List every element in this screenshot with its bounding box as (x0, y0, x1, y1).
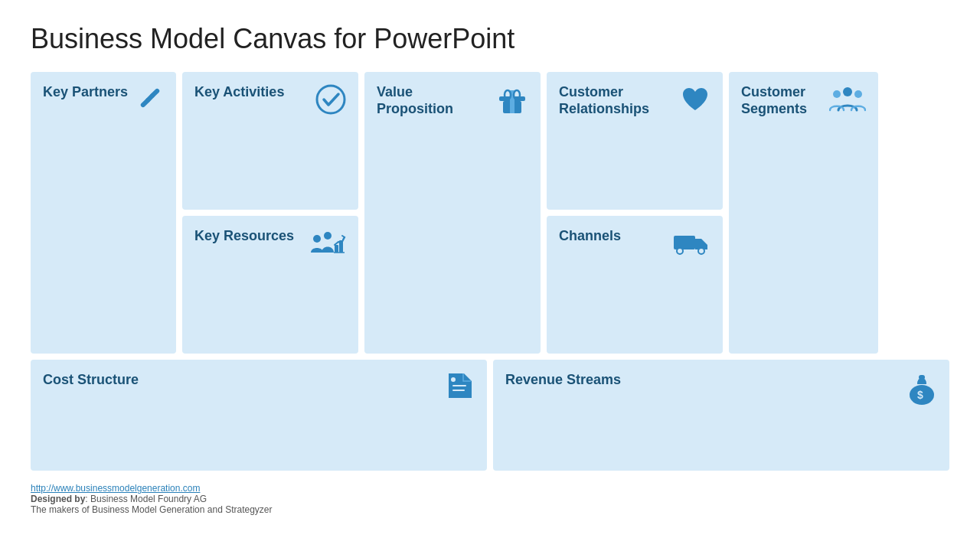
cell-customer-segments: Customer Segments (729, 72, 878, 354)
footer-tagline: The makers of Business Model Generation … (31, 504, 949, 515)
customer-segments-label: Customer Segments (741, 84, 835, 117)
svg-text:$: $ (917, 389, 923, 401)
svg-point-18 (677, 248, 683, 254)
svg-rect-24 (919, 375, 925, 380)
svg-point-12 (313, 235, 321, 243)
svg-point-13 (324, 232, 332, 240)
svg-point-20 (451, 377, 456, 382)
footer-designed-by-label: Designed by (31, 494, 85, 504)
canvas-grid: Key Partners Key Activities Value Propos… (31, 72, 949, 354)
svg-point-3 (317, 86, 345, 113)
key-resources-label: Key Resources (194, 228, 309, 245)
page-title: Business Model Canvas for PowerPoint (31, 23, 949, 55)
key-partners-label: Key Partners (43, 84, 134, 101)
resources-icon (309, 228, 346, 262)
cell-value-proposition: Value Proposition (364, 72, 541, 354)
revenue-streams-label: Revenue Streams (505, 372, 621, 387)
value-proposition-label: Value Proposition (377, 84, 491, 117)
truck-icon (672, 228, 710, 262)
channels-label: Channels (559, 228, 673, 245)
link-icon (135, 83, 165, 120)
cost-structure-label: Cost Structure (43, 372, 139, 387)
key-activities-label: Key Activities (194, 84, 309, 101)
footer: http://www.businessmodelgeneration.com D… (31, 483, 949, 515)
gift-icon (496, 84, 528, 122)
svg-point-10 (833, 90, 841, 98)
footer-designed-by-value: : Business Model Foundry AG (85, 494, 207, 504)
cell-channels: Channels (547, 216, 723, 354)
svg-rect-17 (674, 236, 695, 249)
cell-key-partners: Key Partners (31, 72, 176, 354)
money-bag-icon: $ (906, 370, 937, 409)
customer-relationships-label: Customer Relationships (559, 84, 673, 117)
svg-rect-14 (335, 245, 338, 253)
svg-point-19 (698, 248, 704, 254)
bottom-grid: Cost Structure Revenue Streams $ (31, 360, 949, 471)
cell-key-activities: Key Activities (182, 72, 358, 210)
cell-cost-structure: Cost Structure (31, 360, 487, 471)
checkmark-icon (315, 84, 346, 121)
cell-revenue-streams: Revenue Streams $ (493, 360, 949, 471)
footer-link[interactable]: http://www.businessmodelgeneration.com (31, 483, 200, 494)
tag-icon (443, 370, 475, 406)
svg-point-9 (843, 87, 852, 96)
heart-icon (680, 84, 710, 121)
cell-customer-relationships: Customer Relationships (547, 72, 723, 210)
group-icon (829, 84, 866, 118)
svg-point-11 (854, 90, 862, 98)
cell-key-resources: Key Resources (182, 216, 358, 354)
